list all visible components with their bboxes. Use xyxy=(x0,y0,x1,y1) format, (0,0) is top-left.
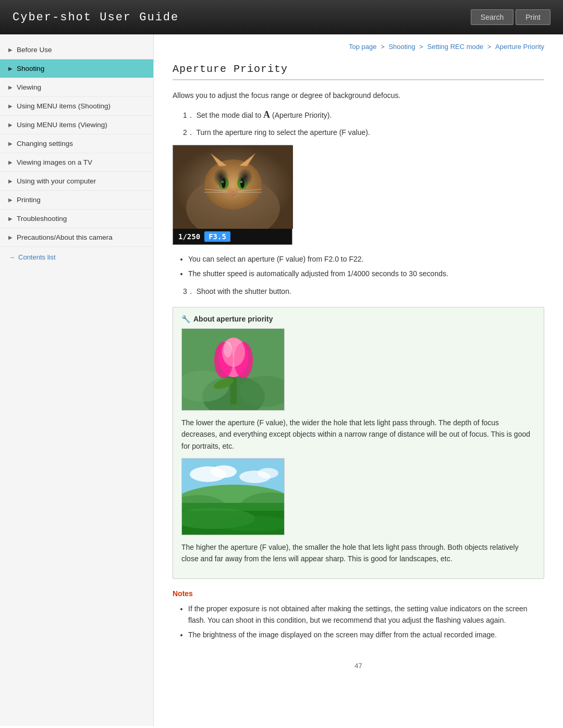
note-1: If the proper exposure is not obtained a… xyxy=(188,603,544,626)
arrow-icon: ▶ xyxy=(8,216,13,221)
breadcrumb-sep2: > xyxy=(419,43,425,51)
sidebar-item-label: Using MENU items (Shooting) xyxy=(17,102,111,110)
svg-line-14 xyxy=(204,189,228,191)
sidebar-item-changing-settings[interactable]: ▶ Changing settings xyxy=(0,134,153,153)
sidebar-item-precautions[interactable]: ▶ Precautions/About this camera xyxy=(0,228,153,247)
page-number: 47 xyxy=(173,657,544,670)
sidebar-item-shooting[interactable]: ▶ Shooting xyxy=(0,59,153,78)
svg-point-33 xyxy=(258,468,278,478)
step-3-text: Shoot with the shutter button. xyxy=(197,287,291,295)
notes-section: Notes If the proper exposure is not obta… xyxy=(173,589,544,641)
svg-point-28 xyxy=(224,342,232,357)
breadcrumb-shooting[interactable]: Shooting xyxy=(388,43,415,51)
breadcrumb-setting-rec[interactable]: Setting REC mode xyxy=(427,43,484,51)
step-2: 2． Turn the aperture ring to select the … xyxy=(173,127,544,138)
svg-point-7 xyxy=(218,177,229,189)
arrow-icon: ▶ xyxy=(8,141,13,146)
tulip-image xyxy=(181,328,535,411)
lower-aperture-text: The lower the aperture (F value), the wi… xyxy=(181,417,535,452)
step-1-num: 1． xyxy=(183,111,194,119)
svg-line-16 xyxy=(238,189,262,191)
bullets-list: You can select an aperture (F value) fro… xyxy=(188,253,544,280)
page-title: Aperture Priority xyxy=(173,63,544,80)
step-3: 3． Shoot with the shutter button. xyxy=(173,286,544,297)
shutter-speed: 1/250 xyxy=(178,232,200,241)
svg-rect-0 xyxy=(173,145,293,229)
notes-title: Notes xyxy=(173,589,544,598)
svg-point-2 xyxy=(204,159,262,209)
header-buttons: Search Print xyxy=(471,9,550,25)
arrow-icon: ▶ xyxy=(8,235,13,240)
higher-aperture-text: The higher the aperture (F value), the s… xyxy=(181,541,535,565)
sidebar-item-label: Precautions/About this camera xyxy=(17,233,113,241)
step3-list: 3． Shoot with the shutter button. xyxy=(173,286,544,297)
cat-photo xyxy=(173,145,293,229)
breadcrumb-sep3: > xyxy=(487,43,493,51)
svg-marker-13 xyxy=(231,191,235,193)
arrow-icon: ▶ xyxy=(8,84,13,90)
sidebar-item-label: Shooting xyxy=(17,65,44,72)
info-icon: 🔧 xyxy=(181,315,190,323)
sidebar-item-troubleshooting[interactable]: ▶ Troubleshooting xyxy=(0,209,153,228)
sidebar-item-using-menu-shooting[interactable]: ▶ Using MENU items (Shooting) xyxy=(0,97,153,116)
sidebar-item-viewing-images-tv[interactable]: ▶ Viewing images on a TV xyxy=(0,153,153,172)
sidebar-item-label: Viewing images on a TV xyxy=(17,158,92,166)
sidebar-item-before-use[interactable]: ▶ Before Use xyxy=(0,41,153,59)
bullet-2: The shutter speed is automatically adjus… xyxy=(188,268,544,279)
svg-marker-5 xyxy=(213,156,227,166)
sidebar-item-using-menu-viewing[interactable]: ▶ Using MENU items (Viewing) xyxy=(0,116,153,134)
arrow-icon: ▶ xyxy=(8,66,13,71)
camera-screen: 1/250 F3.5 xyxy=(173,145,292,245)
step-2-text: Turn the aperture ring to select the ape… xyxy=(196,128,370,137)
arrow-icon: ▶ xyxy=(8,159,13,165)
sidebar-item-printing[interactable]: ▶ Printing xyxy=(0,191,153,209)
svg-point-10 xyxy=(240,178,244,188)
aperture-letter: A xyxy=(263,109,270,120)
sidebar-item-using-with-computer[interactable]: ▶ Using with your computer xyxy=(0,172,153,191)
arrow-icon: ▶ xyxy=(8,103,13,109)
breadcrumb-top[interactable]: Top page xyxy=(349,43,377,51)
info-section: 🔧 About aperture priority xyxy=(173,307,544,579)
sidebar-item-viewing[interactable]: ▶ Viewing xyxy=(0,78,153,97)
svg-point-11 xyxy=(222,181,224,183)
print-button[interactable]: Print xyxy=(516,9,550,25)
notes-list: If the proper exposure is not obtained a… xyxy=(188,603,544,641)
breadcrumb: Top page > Shooting > Setting REC mode >… xyxy=(173,43,544,53)
svg-point-9 xyxy=(222,178,226,188)
sidebar-item-label: Printing xyxy=(17,196,41,204)
intro-text: Allows you to adjust the focus range or … xyxy=(173,90,544,101)
sidebar-item-label: Using with your computer xyxy=(17,177,96,185)
landscape-image xyxy=(181,458,535,535)
breadcrumb-sep: > xyxy=(381,43,386,51)
svg-point-31 xyxy=(211,465,237,478)
sidebar-item-label: Viewing xyxy=(17,83,41,91)
sidebar-item-label: Before Use xyxy=(17,46,52,54)
bullet-1: You can select an aperture (F value) fro… xyxy=(188,253,544,265)
svg-marker-3 xyxy=(211,153,226,166)
content-area: Top page > Shooting > Setting REC mode >… xyxy=(154,34,563,726)
step-1: 1． Set the mode dial to A (Aperture Prio… xyxy=(173,107,544,122)
app-title: Cyber-shot User Guide xyxy=(13,11,179,24)
sidebar-item-label: Changing settings xyxy=(17,140,73,147)
right-arrow-icon: → xyxy=(8,253,15,261)
svg-point-12 xyxy=(240,181,242,183)
arrow-icon: ▶ xyxy=(8,122,13,128)
step-2-num: 2． xyxy=(183,128,194,137)
sidebar-item-label: Using MENU items (Viewing) xyxy=(17,121,107,129)
f-value: F3.5 xyxy=(204,231,230,242)
search-button[interactable]: Search xyxy=(471,9,513,25)
sidebar: ▶ Before Use ▶ Shooting ▶ Viewing ▶ Usin… xyxy=(0,34,154,726)
camera-display-image: 1/250 F3.5 xyxy=(173,145,544,245)
info-title: 🔧 About aperture priority xyxy=(181,315,535,323)
svg-marker-6 xyxy=(239,156,253,166)
arrow-icon: ▶ xyxy=(8,178,13,184)
arrow-icon: ▶ xyxy=(8,47,13,53)
svg-marker-4 xyxy=(240,153,255,166)
contents-list-link[interactable]: → Contents list xyxy=(0,247,153,267)
header: Cyber-shot User Guide Search Print xyxy=(0,0,563,34)
breadcrumb-aperture[interactable]: Aperture Priority xyxy=(495,43,544,51)
camera-status-bar: 1/250 F3.5 xyxy=(173,229,292,244)
svg-point-8 xyxy=(237,177,248,189)
svg-point-1 xyxy=(186,177,280,229)
note-2: The brightness of the image displayed on… xyxy=(188,629,544,640)
